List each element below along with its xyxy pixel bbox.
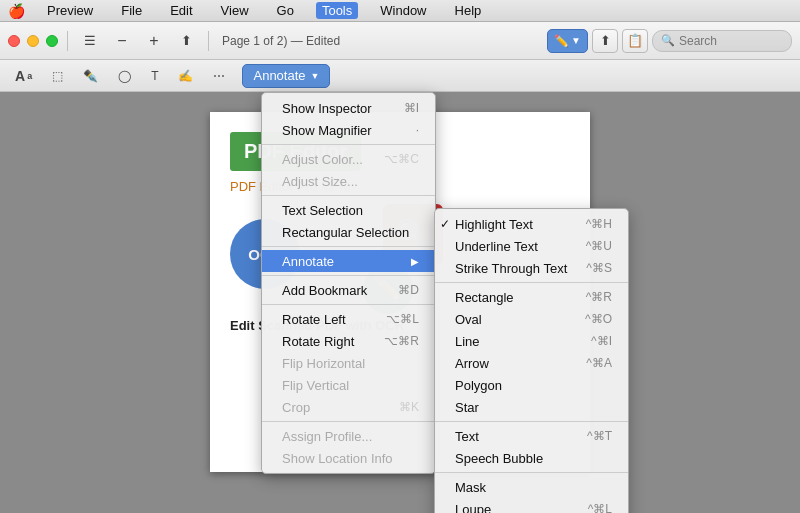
submenu-rectangle[interactable]: Rectangle ^⌘R xyxy=(435,286,628,308)
submenu-oval[interactable]: Oval ^⌘O xyxy=(435,308,628,330)
more-tools-button[interactable]: ⋯ xyxy=(206,64,232,88)
submenu-line[interactable]: Line ^⌘I xyxy=(435,330,628,352)
menu-rotate-left[interactable]: Rotate Left ⌥⌘L xyxy=(262,308,435,330)
menu-adjust-size: Adjust Size... xyxy=(262,170,435,192)
annotate-submenu[interactable]: ✓ Highlight Text ^⌘H Underline Text ^⌘U … xyxy=(434,208,629,513)
menubar-window[interactable]: Window xyxy=(374,2,432,19)
menubar-preview[interactable]: Preview xyxy=(41,2,99,19)
menu-show-magnifier[interactable]: Show Magnifier · xyxy=(262,119,435,141)
share-icon-button[interactable]: ⬆ xyxy=(592,29,618,53)
annotate-dropdown-arrow: ▼ xyxy=(311,71,320,81)
markup-button[interactable]: ✏️ ▼ xyxy=(547,29,588,53)
submenu-sep-1 xyxy=(435,282,628,283)
submenu-sep-2 xyxy=(435,421,628,422)
menu-sep-4 xyxy=(262,275,435,276)
menu-sep-6 xyxy=(262,421,435,422)
submenu-polygon[interactable]: Polygon xyxy=(435,374,628,396)
annotate-button[interactable]: Annotate ▼ xyxy=(242,64,330,88)
submenu-underline-text[interactable]: Underline Text ^⌘U xyxy=(435,235,628,257)
highlight-check: ✓ xyxy=(440,217,450,231)
signature-tool-button[interactable]: ✍ xyxy=(171,64,200,88)
menubar-file[interactable]: File xyxy=(115,2,148,19)
annotate-label: Annotate xyxy=(253,68,305,83)
submenu-loupe[interactable]: Loupe ^⌘L xyxy=(435,498,628,513)
toolbar: ☰ − + ⬆ Page 1 of 2) — Edited ✏️ ▼ ⬆ 📋 🔍 xyxy=(0,22,800,60)
menu-show-location-info: Show Location Info xyxy=(262,447,435,469)
search-box[interactable]: 🔍 xyxy=(652,30,792,52)
font-size-button[interactable]: Aa xyxy=(8,64,39,88)
menubar-view[interactable]: View xyxy=(215,2,255,19)
submenu-sep-3 xyxy=(435,472,628,473)
menu-annotate[interactable]: Annotate ▶ xyxy=(262,250,435,272)
sidebar-toggle-button[interactable]: ☰ xyxy=(77,29,103,53)
menu-assign-profile: Assign Profile... xyxy=(262,425,435,447)
submenu-mask[interactable]: Mask xyxy=(435,476,628,498)
minimize-button[interactable] xyxy=(27,35,39,47)
doc-info: Page 1 of 2) — Edited xyxy=(222,34,340,48)
content-area: PDF Editor PDF Editor Pro for M OCR • • … xyxy=(0,92,800,513)
doc-info-text: Page 1 of 2) — Edited xyxy=(222,34,340,48)
menubar-edit[interactable]: Edit xyxy=(164,2,198,19)
menu-crop: Crop ⌘K xyxy=(262,396,435,418)
menubar-help[interactable]: Help xyxy=(449,2,488,19)
pen-tool-button[interactable]: ✒️ xyxy=(76,64,105,88)
menu-sep-2 xyxy=(262,195,435,196)
menu-text-selection[interactable]: Text Selection xyxy=(262,199,435,221)
stamp-button[interactable]: 📋 xyxy=(622,29,648,53)
menu-add-bookmark[interactable]: Add Bookmark ⌘D xyxy=(262,279,435,301)
close-button[interactable] xyxy=(8,35,20,47)
submenu-text[interactable]: Text ^⌘T xyxy=(435,425,628,447)
separator-2 xyxy=(208,31,209,51)
menu-flip-horizontal: Flip Horizontal xyxy=(262,352,435,374)
shape-button[interactable]: ◯ xyxy=(111,64,138,88)
submenu-speech-bubble[interactable]: Speech Bubble xyxy=(435,447,628,469)
annotate-submenu-arrow: ▶ xyxy=(411,256,419,267)
window-controls xyxy=(8,35,58,47)
menu-flip-vertical: Flip Vertical xyxy=(262,374,435,396)
annotate-dropdown-area: Annotate ▼ xyxy=(242,64,330,88)
share-button[interactable]: ⬆ xyxy=(173,29,199,53)
search-input[interactable] xyxy=(679,34,783,48)
selection-button[interactable]: ⬚ xyxy=(45,64,70,88)
zoom-in-button[interactable]: + xyxy=(141,29,167,53)
submenu-highlight-text[interactable]: ✓ Highlight Text ^⌘H xyxy=(435,213,628,235)
apple-menu[interactable]: 🍎 xyxy=(8,3,25,19)
separator-1 xyxy=(67,31,68,51)
menu-show-inspector[interactable]: Show Inspector ⌘I xyxy=(262,97,435,119)
submenu-star[interactable]: Star xyxy=(435,396,628,418)
toolbar2: Aa ⬚ ✒️ ◯ T ✍ ⋯ Annotate ▼ xyxy=(0,60,800,92)
menu-rotate-right[interactable]: Rotate Right ⌥⌘R xyxy=(262,330,435,352)
maximize-button[interactable] xyxy=(46,35,58,47)
menu-rectangular-selection[interactable]: Rectangular Selection xyxy=(262,221,435,243)
menubar: 🍎 Preview File Edit View Go Tools Window… xyxy=(0,0,800,22)
menu-sep-3 xyxy=(262,246,435,247)
menu-adjust-color: Adjust Color... ⌥⌘C xyxy=(262,148,435,170)
menu-sep-1 xyxy=(262,144,435,145)
menubar-tools[interactable]: Tools xyxy=(316,2,358,19)
menu-sep-5 xyxy=(262,304,435,305)
text-tool-button[interactable]: T xyxy=(144,64,165,88)
toolbar-right: ✏️ ▼ ⬆ 📋 🔍 xyxy=(547,29,792,53)
menubar-go[interactable]: Go xyxy=(271,2,300,19)
submenu-strikethrough-text[interactable]: Strike Through Text ^⌘S xyxy=(435,257,628,279)
submenu-arrow[interactable]: Arrow ^⌘A xyxy=(435,352,628,374)
tools-menu[interactable]: Show Inspector ⌘I Show Magnifier · Adjus… xyxy=(261,92,436,474)
zoom-out-button[interactable]: − xyxy=(109,29,135,53)
search-icon: 🔍 xyxy=(661,34,675,47)
